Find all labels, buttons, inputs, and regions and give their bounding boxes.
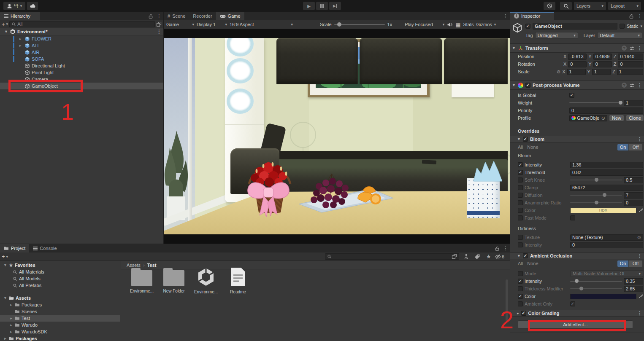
scale-x-field[interactable]: 1 <box>567 69 586 75</box>
mute-audio-icon[interactable] <box>447 22 453 27</box>
layers-dropdown[interactable]: Layers▾ <box>574 2 606 10</box>
rotation-x-field[interactable]: 0 <box>568 61 587 67</box>
tree-item-assets[interactable]: ▼ Assets <box>0 295 120 301</box>
ppv-component-header[interactable]: ▼ ✓ Post-process Volume ? ⋮ <box>510 81 644 90</box>
kebab-menu-icon[interactable]: ⋮ <box>637 45 642 51</box>
chevron-down-icon[interactable]: ▾ <box>6 255 8 259</box>
kebab-menu-icon[interactable]: ⋮ <box>637 136 642 142</box>
slider-knob[interactable] <box>575 279 579 283</box>
colorgrading-enabled-checkbox[interactable]: ✓ <box>521 311 526 316</box>
asset-item-readme[interactable]: Readme <box>223 267 253 294</box>
hierarchy-item-camera[interactable]: Camera <box>0 76 163 83</box>
bloom-clamp-field[interactable]: 65472 <box>570 185 643 191</box>
scale-slider[interactable] <box>334 24 385 25</box>
foldout-icon[interactable]: ▼ <box>512 83 516 87</box>
play-focused-dropdown[interactable]: Play Focused▾ <box>405 22 444 27</box>
tab-recorder[interactable]: Recorder <box>189 12 216 20</box>
bloom-anamorphic-field[interactable]: 0 <box>624 200 643 206</box>
ao-intensity-slider[interactable] <box>570 281 622 282</box>
dirt-texture-field[interactable]: None (Texture)⊙ <box>570 234 643 241</box>
foldout-icon[interactable]: ▼ <box>517 254 521 258</box>
chevron-down-icon[interactable]: ▾ <box>6 22 8 26</box>
none-button[interactable]: None <box>527 145 538 150</box>
bloom-fastmode-value-checkbox[interactable] <box>570 215 575 220</box>
foldout-icon[interactable]: ▸ <box>9 323 13 327</box>
aspect-dropdown[interactable]: 16:9 Aspect▾ <box>230 22 293 27</box>
tree-item-warudosdk[interactable]: ▸ WarudoSDK <box>0 328 120 335</box>
off-button[interactable]: Off <box>629 260 642 267</box>
expand-icon[interactable]: ▸ <box>19 43 24 48</box>
bloom-softknee-slider[interactable] <box>570 180 622 180</box>
tab-scene[interactable]: # Scene <box>164 12 189 20</box>
tree-item-all-prefabs[interactable]: All Prefabs <box>0 282 120 289</box>
display-target-dropdown[interactable]: Game▾ <box>166 22 194 27</box>
kebab-menu-icon[interactable]: ⋮ <box>637 82 642 88</box>
link-off-icon[interactable]: ⊘ <box>557 69 560 75</box>
search-button[interactable] <box>560 2 572 10</box>
bloom-threshold-checkbox[interactable]: ✓ <box>518 170 523 175</box>
eyedropper-icon[interactable] <box>638 208 643 213</box>
foldout-icon[interactable]: ▼ <box>3 263 7 267</box>
component-enabled-checkbox[interactable]: ✓ <box>525 83 530 88</box>
profile-object-field[interactable]: GameObje ⊙ <box>569 115 607 121</box>
profile-clone-button[interactable]: Clone <box>626 115 644 121</box>
bloom-override-header[interactable]: ▼ ✓ Bloom ⋮ <box>510 136 644 142</box>
account-button[interactable]: 박 ▾ <box>3 2 25 10</box>
hierarchy-search-input[interactable]: All <box>9 21 155 27</box>
bloom-diffusion-field[interactable]: 7 <box>624 192 643 199</box>
bloom-softknee-checkbox[interactable] <box>518 177 523 183</box>
ao-enabled-checkbox[interactable]: ✓ <box>523 253 528 258</box>
bloom-color-swatch[interactable]: HDR <box>570 208 636 213</box>
favorites-star-icon[interactable]: ★ <box>486 253 491 260</box>
asset-item-folder[interactable]: New Folder <box>159 267 189 293</box>
presets-icon[interactable] <box>629 83 635 88</box>
bloom-enabled-checkbox[interactable]: ✓ <box>523 137 528 142</box>
search-by-type-icon[interactable] <box>463 254 469 260</box>
ao-intensity-checkbox[interactable]: ✓ <box>518 279 523 284</box>
priority-field[interactable]: 0 <box>569 107 643 114</box>
tab-game[interactable]: Game <box>216 12 244 20</box>
layout-dropdown[interactable]: Layout▾ <box>608 2 641 10</box>
tree-item-packages[interactable]: ▸ Packages <box>0 301 120 308</box>
project-search-input[interactable] <box>325 253 459 260</box>
on-button[interactable]: On <box>617 144 628 150</box>
tree-item-warudo[interactable]: ▸ Warudo <box>0 322 120 328</box>
open-in-window-icon[interactable] <box>156 21 162 27</box>
create-add-button[interactable]: + <box>2 253 5 260</box>
bloom-softknee-field[interactable]: 0.5 <box>624 177 643 183</box>
step-button[interactable]: ▶ <box>329 2 341 10</box>
hierarchy-item-gameobject[interactable]: GameObject <box>0 83 163 89</box>
all-button[interactable]: All <box>518 145 523 150</box>
scrollbar[interactable] <box>506 279 508 322</box>
position-y-field[interactable]: 0.4689 <box>593 54 612 60</box>
presets-icon[interactable] <box>629 46 635 51</box>
slider-knob[interactable] <box>337 22 341 27</box>
expand-icon[interactable]: ▸ <box>19 37 24 41</box>
cloud-button[interactable] <box>27 2 38 10</box>
tree-item-all-materials[interactable]: All Materials <box>0 269 120 275</box>
eyedropper-icon[interactable] <box>638 294 643 299</box>
hierarchy-item-flower[interactable]: ▸ FLOWER <box>0 35 163 42</box>
ao-color-checkbox[interactable]: ✓ <box>518 294 523 299</box>
display-dropdown[interactable]: Display 1▾ <box>197 22 227 27</box>
stats-button[interactable]: Stats <box>463 22 474 27</box>
lock-icon[interactable] <box>495 246 500 251</box>
hierarchy-item-air[interactable]: AIR <box>0 49 163 56</box>
slider-knob[interactable] <box>603 193 606 197</box>
scene-row-environment[interactable]: ▼ Environment* ⋮ <box>0 28 163 35</box>
transform-component-header[interactable]: ▼ Transform ? ⋮ <box>510 43 644 53</box>
foldout-icon[interactable]: ▼ <box>3 296 7 300</box>
ao-color-swatch[interactable] <box>570 294 636 299</box>
tab-console[interactable]: Console <box>29 244 60 252</box>
foldout-icon[interactable]: ▼ <box>4 30 8 34</box>
object-picker-icon[interactable]: ⊙ <box>601 115 605 121</box>
help-icon[interactable]: ? <box>622 46 627 51</box>
kebab-menu-icon[interactable]: ⋮ <box>157 29 162 35</box>
foldout-icon[interactable]: ▸ <box>3 336 7 341</box>
gameobject-name-field[interactable]: GameObject <box>533 23 617 30</box>
bloom-color-checkbox[interactable] <box>518 208 523 213</box>
object-picker-icon[interactable]: ⊙ <box>637 235 641 240</box>
on-button[interactable]: On <box>617 260 628 267</box>
weight-slider[interactable] <box>569 102 622 103</box>
hierarchy-item-directional-light[interactable]: Directional Light <box>0 62 163 69</box>
